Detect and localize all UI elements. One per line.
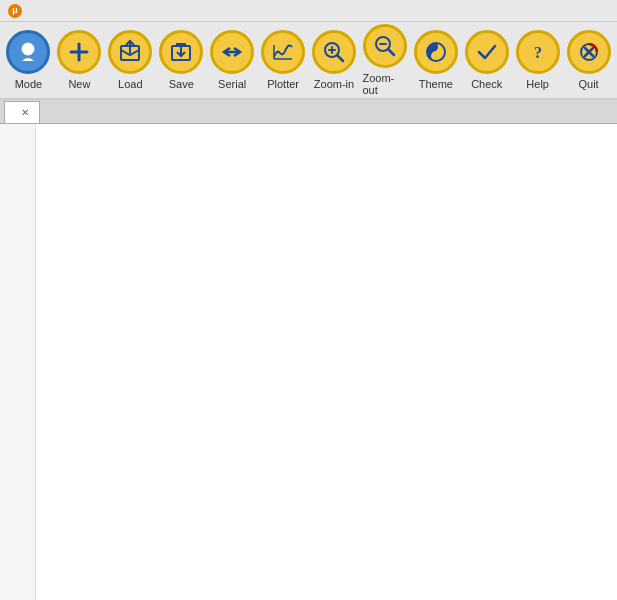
help-label: Help: [526, 78, 549, 90]
load-label: Load: [118, 78, 142, 90]
file-tab[interactable]: ✕: [4, 101, 40, 123]
new-button[interactable]: New: [55, 28, 104, 92]
serial-label: Serial: [218, 78, 246, 90]
save-label: Save: [169, 78, 194, 90]
svg-point-0: [22, 43, 34, 55]
mode-button[interactable]: Mode: [4, 28, 53, 92]
save-icon: [159, 30, 203, 74]
mode-icon: [6, 30, 50, 74]
quit-button[interactable]: Quit: [564, 28, 613, 92]
check-icon: [465, 30, 509, 74]
help-icon: ?: [516, 30, 560, 74]
new-label: New: [68, 78, 90, 90]
svg-line-16: [388, 49, 394, 55]
quit-icon: [567, 30, 611, 74]
serial-icon: [210, 30, 254, 74]
quit-label: Quit: [579, 78, 599, 90]
title-bar: μ: [0, 0, 617, 22]
theme-button[interactable]: Theme: [411, 28, 460, 92]
code-area[interactable]: [36, 124, 617, 600]
app-icon: μ: [8, 4, 22, 18]
help-button[interactable]: ? Help: [513, 28, 562, 92]
zoom-out-icon: [363, 24, 407, 68]
load-button[interactable]: Load: [106, 28, 155, 92]
zoom-out-label: Zoom-out: [362, 72, 407, 96]
tab-bar: ✕: [0, 100, 617, 124]
svg-text:?: ?: [534, 44, 542, 61]
serial-button[interactable]: Serial: [208, 28, 257, 92]
zoom-in-label: Zoom-in: [314, 78, 354, 90]
tab-close-button[interactable]: ✕: [21, 107, 29, 118]
svg-line-12: [337, 55, 343, 61]
check-label: Check: [471, 78, 502, 90]
check-button[interactable]: Check: [462, 28, 511, 92]
plotter-label: Plotter: [267, 78, 299, 90]
zoom-in-icon: [312, 30, 356, 74]
zoom-out-button[interactable]: Zoom-out: [360, 22, 409, 98]
theme-label: Theme: [419, 78, 453, 90]
line-numbers: [0, 124, 36, 600]
new-icon: [57, 30, 101, 74]
code-editor[interactable]: [0, 124, 617, 600]
plotter-button[interactable]: Plotter: [259, 28, 308, 92]
theme-icon: [414, 30, 458, 74]
save-button[interactable]: Save: [157, 28, 206, 92]
zoom-in-button[interactable]: Zoom-in: [310, 28, 359, 92]
mode-label: Mode: [15, 78, 43, 90]
toolbar: Mode New Load: [0, 22, 617, 100]
load-icon: [108, 30, 152, 74]
plotter-icon: [261, 30, 305, 74]
